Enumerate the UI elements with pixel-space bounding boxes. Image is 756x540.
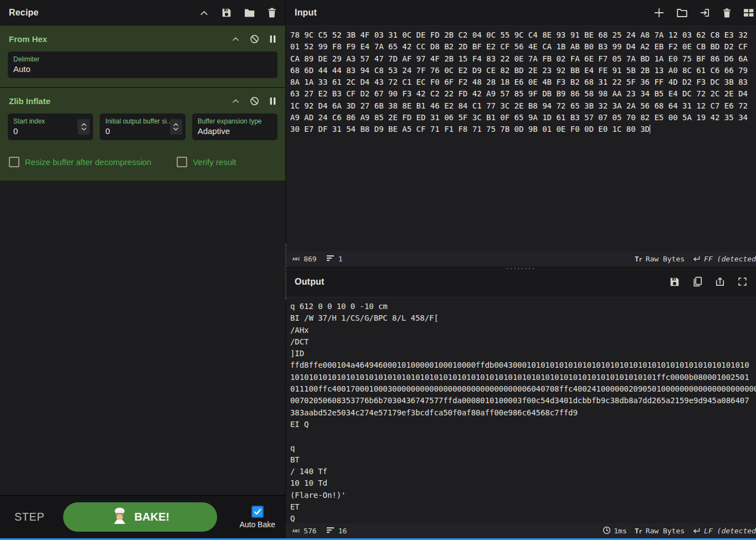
input-line: CA 89 DE 29 A3 57 47 7D AF 97 4F 2B 15 F… [290, 53, 752, 65]
buffer-expansion-type-label: Buffer expansion type [198, 117, 272, 125]
copy-output-icon[interactable] [692, 276, 702, 287]
resize-buffer-checkbox[interactable] [9, 157, 19, 167]
recipe-drop-area[interactable] [0, 182, 285, 495]
disable-operation-icon[interactable] [250, 96, 259, 106]
open-input-icon[interactable] [700, 8, 710, 18]
pane-splitter-handle[interactable] [285, 244, 286, 299]
output-line: ffd8ffe000104a46494600010100000100010000… [290, 359, 752, 371]
initial-output-buffer-size-value: 0 [105, 126, 179, 136]
output-line: 383aabd52e5034c274e57179ef3bcdfca50f0af8… [290, 407, 752, 419]
input-char-count: 869 [304, 255, 316, 263]
delimiter-select[interactable]: Delimiter Auto [8, 52, 277, 78]
char-count-icon: ABC [292, 257, 300, 261]
output-type-label[interactable]: Raw Bytes [646, 527, 685, 535]
buffer-expansion-type-value: Adaptive [198, 126, 272, 136]
output-line: BT [290, 454, 752, 466]
output-textarea[interactable]: q 612 0 0 10 0 -10 cm BI /W 37/H 1/CS/G/… [286, 297, 756, 523]
io-column: Input [286, 0, 756, 538]
recipe-title: Recipe [9, 8, 39, 18]
output-line: /DCT [290, 336, 752, 348]
start-index-input[interactable]: Start index 0 [8, 114, 93, 140]
output-line: ET [290, 501, 752, 513]
input-line: 01 52 99 F8 F9 E4 7A 65 42 CC D8 B2 2D B… [290, 41, 752, 53]
delimiter-label: Delimiter [13, 55, 272, 63]
input-line: 30 E7 DF 31 54 B8 D9 BE A5 CF 71 F1 F8 7… [290, 124, 752, 135]
bake-button[interactable]: BAKE! [63, 502, 217, 532]
output-char-count: 576 [304, 527, 316, 535]
input-line: 1C 92 D4 6A 3D 27 6B 38 8E B1 46 E2 84 C… [290, 100, 752, 112]
add-input-tab-plus-icon[interactable] [654, 8, 664, 18]
output-eol-label[interactable]: LF (detected [704, 527, 756, 535]
operation-title: From Hex [9, 34, 47, 44]
save-recipe-icon[interactable] [222, 8, 232, 18]
input-line: A9 AD 24 C6 86 A9 85 2E FD ED 31 06 5F 3… [290, 112, 752, 124]
auto-bake-label: Auto Bake [239, 520, 275, 529]
open-output-icon[interactable] [715, 277, 725, 287]
line-count-icon [327, 255, 335, 263]
output-line: BI /W 37/H 1/CS/G/BPC 8/L 458/F[ [290, 312, 752, 324]
buffer-expansion-type-select[interactable]: Buffer expansion type Adaptive [192, 114, 277, 140]
bake-controls: STEP BAKE! Auto Bake [0, 495, 285, 538]
line-count-icon [327, 527, 335, 535]
output-panel: Output q 612 0 0 10 [286, 266, 756, 538]
output-title: Output [295, 277, 325, 287]
operation-title: Zlib Inflate [9, 96, 50, 106]
breakpoint-pause-icon[interactable] [269, 35, 276, 43]
breakpoint-pause-icon[interactable] [269, 97, 276, 105]
input-line-count: 1 [338, 255, 343, 263]
char-count-icon: ABC [292, 529, 300, 533]
verify-result-label: Verify result [193, 157, 236, 167]
recipe-panel: Recipe From Hex [0, 0, 286, 538]
line-ending-return-icon [692, 527, 701, 534]
input-line: 78 9C C5 52 3B 4F 03 31 0C DE FD 2B C2 0… [290, 29, 752, 41]
clear-recipe-trash-icon[interactable] [268, 8, 276, 18]
disable-operation-icon[interactable] [250, 34, 259, 44]
output-line: EI Q [290, 419, 752, 430]
start-index-label: Start index [13, 117, 88, 125]
number-stepper[interactable] [170, 119, 182, 135]
input-type-label[interactable]: Raw Bytes [646, 255, 685, 263]
output-line: (Flare-On!)' [290, 490, 752, 501]
save-output-icon[interactable] [670, 277, 680, 287]
output-line: 10 10 Td [290, 477, 752, 489]
bake-time-label: 1ms [614, 527, 626, 535]
auto-bake-checkbox[interactable] [251, 506, 264, 518]
output-line: 1010101010101010101010101010101010101010… [290, 372, 752, 383]
delimiter-value: Auto [13, 64, 272, 74]
input-title: Input [295, 8, 317, 18]
input-textarea[interactable]: 78 9C C5 52 3B 4F 03 31 0C DE FD 2B C2 0… [286, 26, 756, 251]
operation-from-hex[interactable]: From Hex Delimiter Auto [0, 26, 285, 88]
input-eol-label[interactable]: FF (detected [704, 255, 756, 263]
output-line: ]ID [290, 348, 752, 359]
output-type-icon: Tr [635, 527, 642, 535]
initial-output-buffer-size-input[interactable]: Initial output buffer si... 0 [100, 114, 185, 140]
horizontal-splitter-handle[interactable]: ········ [506, 267, 536, 269]
output-line: /AHx [290, 325, 752, 336]
start-index-value: 0 [13, 126, 88, 136]
auto-bake-control[interactable]: Auto Bake [239, 506, 275, 529]
open-folder-icon[interactable] [677, 8, 687, 18]
bake-button-label: BAKE! [135, 511, 169, 523]
chef-icon [111, 507, 128, 527]
operation-zlib-inflate[interactable]: Zlib Inflate Start index 0 [0, 88, 285, 182]
clear-input-trash-icon[interactable] [723, 8, 731, 18]
output-line: Q [290, 513, 752, 523]
recipe-header: Recipe [0, 0, 285, 26]
maximize-output-icon[interactable] [738, 277, 747, 286]
load-recipe-folder-icon[interactable] [244, 8, 255, 18]
collapse-operation-icon[interactable] [232, 97, 240, 105]
output-line: 011100ffc4001700010003000000000000000000… [290, 383, 752, 395]
input-header: Input [286, 0, 756, 26]
collapse-recipe-icon[interactable] [199, 8, 209, 18]
output-line-count: 16 [338, 527, 347, 535]
cyberchef-app: Recipe From Hex [0, 0, 756, 538]
input-line: 68 6D 44 44 83 94 C8 53 24 7F 76 0C E2 D… [290, 65, 752, 76]
output-line: / 140 Tf [290, 466, 752, 477]
collapse-operation-icon[interactable] [232, 35, 240, 43]
input-panel: Input [286, 0, 756, 266]
tabs-grid-icon[interactable] [744, 8, 754, 17]
verify-result-checkbox[interactable] [177, 157, 187, 167]
resize-buffer-label: Resize buffer after decompression [25, 157, 151, 167]
number-stepper[interactable] [78, 119, 90, 135]
step-button[interactable]: STEP [14, 511, 44, 523]
